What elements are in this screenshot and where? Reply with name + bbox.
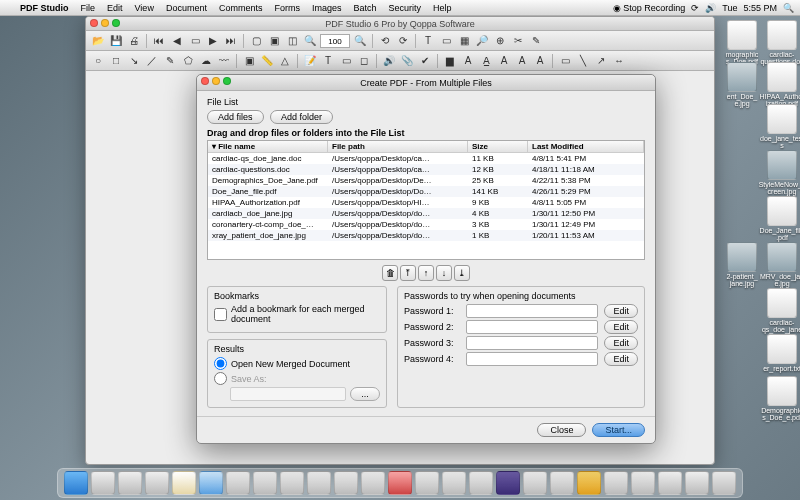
dock-app-icon[interactable] <box>118 471 142 495</box>
prev-page-icon[interactable]: ◀ <box>169 33 185 49</box>
window-controls[interactable] <box>90 19 120 27</box>
area-annot-icon[interactable]: ▣ <box>241 53 257 69</box>
dock-app-icon[interactable] <box>469 471 493 495</box>
move-top-icon[interactable]: ⤒ <box>400 265 416 281</box>
dock-app-icon[interactable] <box>631 471 655 495</box>
dock-app-icon[interactable] <box>658 471 682 495</box>
polyline-annot-icon[interactable]: 〰 <box>216 53 232 69</box>
dock-app-icon[interactable] <box>496 471 520 495</box>
volume-icon[interactable]: 🔊 <box>705 3 716 13</box>
menu-edit[interactable]: Edit <box>107 3 123 13</box>
table-row[interactable]: cardiac-questions.doc/Users/qoppa/Deskto… <box>208 164 644 175</box>
menu-view[interactable]: View <box>135 3 154 13</box>
edit-icon[interactable]: ✎ <box>528 33 544 49</box>
stop-recording-indicator[interactable]: ◉ Stop Recording <box>613 3 686 13</box>
dock-app-icon[interactable] <box>253 471 277 495</box>
cloud-annot-icon[interactable]: ☁ <box>198 53 214 69</box>
password-edit-button[interactable]: Edit <box>604 320 638 334</box>
rotate-cw-icon[interactable]: ⟳ <box>395 33 411 49</box>
dock-app-icon[interactable] <box>280 471 304 495</box>
password-edit-button[interactable]: Edit <box>604 352 638 366</box>
fit-width-icon[interactable]: ◫ <box>284 33 300 49</box>
line-tool-icon[interactable]: ╲ <box>575 53 591 69</box>
table-row[interactable]: Demographics_Doe_Jane.pdf/Users/qoppa/De… <box>208 175 644 186</box>
menu-help[interactable]: Help <box>433 3 452 13</box>
add-bookmark-checkbox[interactable]: Add a bookmark for each merged document <box>214 304 380 324</box>
ruler-icon[interactable]: 📏 <box>259 53 275 69</box>
underline-icon[interactable]: A̲ <box>478 53 494 69</box>
password-input-1[interactable] <box>466 304 598 318</box>
rotate-ccw-icon[interactable]: ⟲ <box>377 33 393 49</box>
dock-safari-icon[interactable] <box>199 471 223 495</box>
distance-icon[interactable]: ↔ <box>611 53 627 69</box>
start-button[interactable]: Start... <box>592 423 645 437</box>
password-input-4[interactable] <box>466 352 598 366</box>
typewriter-icon[interactable]: T <box>320 53 336 69</box>
desktop-file-icon[interactable]: 2-patient_jane.jpg <box>718 242 766 287</box>
polygon-annot-icon[interactable]: ⬠ <box>180 53 196 69</box>
table-row[interactable]: coronartery-ct-comp_doe_…/Users/qoppa/De… <box>208 219 644 230</box>
menu-security[interactable]: Security <box>388 3 421 13</box>
highlight-icon[interactable]: ▆ <box>442 53 458 69</box>
link-icon[interactable]: ▭ <box>557 53 573 69</box>
password-input-2[interactable] <box>466 320 598 334</box>
zoom-input[interactable]: 100 <box>320 34 350 48</box>
table-row[interactable]: HIPAA_Authorization.pdf/Users/qoppa/Desk… <box>208 197 644 208</box>
insert-text-icon[interactable]: A <box>514 53 530 69</box>
table-row[interactable]: Doe_Jane_file.pdf/Users/qoppa/Desktop/Do… <box>208 186 644 197</box>
menu-document[interactable]: Document <box>166 3 207 13</box>
dock-app-icon[interactable] <box>172 471 196 495</box>
col-modified[interactable]: Last Modified <box>528 141 644 152</box>
dock-app-icon[interactable] <box>577 471 601 495</box>
print-icon[interactable]: 🖨 <box>126 33 142 49</box>
menu-file[interactable]: File <box>81 3 96 13</box>
select-tool-icon[interactable]: ▭ <box>438 33 454 49</box>
squiggly-icon[interactable]: A <box>496 53 512 69</box>
textbox-icon[interactable]: ▭ <box>338 53 354 69</box>
loupe-icon[interactable]: ⊕ <box>492 33 508 49</box>
dock[interactable] <box>57 468 743 498</box>
app-menu-title[interactable]: PDF Studio <box>20 3 69 13</box>
desktop-file-icon[interactable]: er_report.txt <box>758 334 800 372</box>
file-list-table[interactable]: ▾ File name File path Size Last Modified… <box>207 140 645 260</box>
table-row[interactable]: xray_patient_doe_jane.jpg/Users/qoppa/De… <box>208 230 644 241</box>
col-filepath[interactable]: File path <box>328 141 468 152</box>
spotlight-icon[interactable]: 🔍 <box>783 3 794 13</box>
move-down-icon[interactable]: ↓ <box>436 265 452 281</box>
dock-app-icon[interactable] <box>442 471 466 495</box>
dock-app-icon[interactable] <box>307 471 331 495</box>
next-page-icon[interactable]: ▶ <box>205 33 221 49</box>
first-page-icon[interactable]: ⏮ <box>151 33 167 49</box>
circle-annot-icon[interactable]: ○ <box>90 53 106 69</box>
desktop-file-icon[interactable]: Demographics_Doe_e.pdf <box>758 376 800 421</box>
arrow-tool-icon[interactable]: ↗ <box>593 53 609 69</box>
save-as-radio[interactable]: Save As: <box>214 372 380 385</box>
dock-app-icon[interactable] <box>415 471 439 495</box>
extract-icon[interactable]: ✂ <box>510 33 526 49</box>
dock-app-icon[interactable] <box>550 471 574 495</box>
move-bottom-icon[interactable]: ⤓ <box>454 265 470 281</box>
dock-app-icon[interactable] <box>334 471 358 495</box>
desktop-file-icon[interactable]: Doe_Jane_file.pdf <box>758 196 800 241</box>
add-files-button[interactable]: Add files <box>207 110 264 124</box>
table-row[interactable]: cardiacb_doe_jane.jpg/Users/qoppa/Deskto… <box>208 208 644 219</box>
browse-button[interactable]: ... <box>350 387 380 401</box>
sound-annot-icon[interactable]: 🔊 <box>381 53 397 69</box>
arrow-annot-icon[interactable]: ↘ <box>126 53 142 69</box>
menu-comments[interactable]: Comments <box>219 3 263 13</box>
dock-app-icon[interactable] <box>361 471 385 495</box>
open-new-radio[interactable]: Open New Merged Document <box>214 357 380 370</box>
move-up-icon[interactable]: ↑ <box>418 265 434 281</box>
dialog-window-controls[interactable] <box>201 77 231 85</box>
col-filename[interactable]: File name <box>218 142 255 151</box>
password-edit-button[interactable]: Edit <box>604 336 638 350</box>
desktop-file-icon[interactable]: doe_jane_tests <box>758 104 800 149</box>
zoom-out-icon[interactable]: 🔍 <box>302 33 318 49</box>
dock-app-icon[interactable] <box>91 471 115 495</box>
zoom-in-icon[interactable]: 🔍 <box>352 33 368 49</box>
dock-app-icon[interactable] <box>226 471 250 495</box>
square-annot-icon[interactable]: □ <box>108 53 124 69</box>
attach-icon[interactable]: 📎 <box>399 53 415 69</box>
replace-text-icon[interactable]: A <box>532 53 548 69</box>
desktop-file-icon[interactable]: cardiac-questions.doc <box>758 20 800 65</box>
